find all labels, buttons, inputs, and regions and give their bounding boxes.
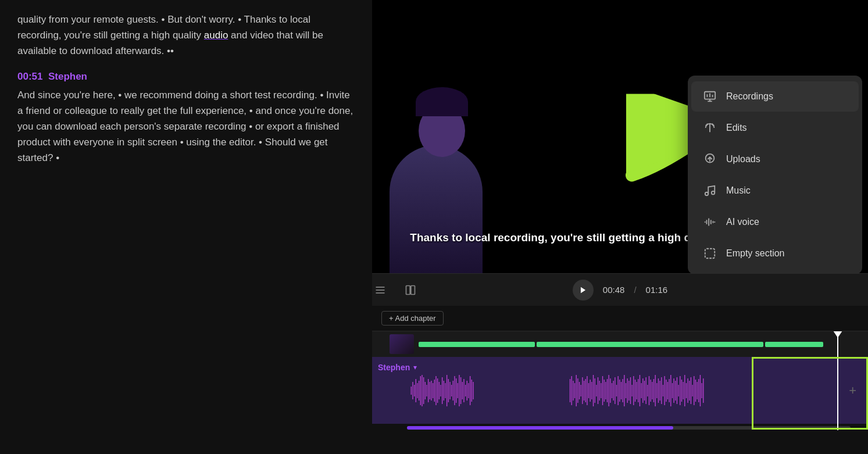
- caption-text1: Thanks to local recording, you're still …: [410, 231, 723, 244]
- svg-rect-28: [414, 385, 415, 396]
- menu-item-empty-section[interactable]: Empty section: [691, 238, 859, 269]
- svg-rect-45: [440, 385, 441, 396]
- menu-item-edits[interactable]: Edits: [691, 113, 859, 143]
- svg-rect-51: [449, 382, 450, 399]
- svg-rect-91: [607, 379, 608, 402]
- svg-rect-130: [667, 382, 668, 399]
- svg-rect-79: [588, 383, 589, 398]
- svg-rect-52: [451, 385, 452, 396]
- svg-rect-139: [681, 380, 682, 402]
- svg-rect-133: [672, 383, 673, 398]
- svg-rect-103: [626, 383, 626, 398]
- menu-item-recordings[interactable]: Recordings: [691, 81, 859, 112]
- svg-rect-118: [649, 376, 649, 405]
- svg-rect-136: [677, 377, 677, 404]
- svg-rect-72: [577, 378, 578, 403]
- time-separator: /: [634, 285, 636, 295]
- svg-rect-151: [700, 375, 701, 406]
- add-track-right-button[interactable]: +: [849, 383, 856, 398]
- track-label: Stephen ▾: [378, 363, 417, 372]
- svg-rect-119: [650, 380, 651, 402]
- svg-rect-125: [659, 381, 660, 401]
- menu-item-music[interactable]: Music: [691, 176, 859, 206]
- svg-rect-87: [601, 383, 601, 398]
- svg-rect-143: [687, 378, 688, 403]
- svg-rect-89: [604, 380, 605, 402]
- svg-rect-77: [585, 379, 586, 402]
- track-dropdown-icon[interactable]: ▾: [413, 363, 417, 371]
- svg-rect-43: [437, 378, 438, 403]
- menu-item-uploads[interactable]: Uploads: [691, 144, 859, 174]
- svg-rect-70: [574, 383, 575, 398]
- svg-rect-46: [442, 377, 442, 404]
- add-chapter-button[interactable]: + Add chapter: [381, 311, 444, 326]
- playhead-audio: [837, 357, 838, 424]
- svg-line-8: [712, 124, 715, 126]
- scroll-thumb: [407, 426, 673, 430]
- svg-rect-153: [703, 378, 703, 403]
- svg-rect-37: [428, 379, 428, 402]
- main-container: quality from your remote guests. • But d…: [0, 0, 868, 454]
- waveform-container: [407, 370, 833, 411]
- timestamp-value: 00:51: [17, 71, 42, 82]
- scroll-area[interactable]: [407, 426, 851, 430]
- svg-rect-31: [419, 381, 419, 401]
- empty-section-icon: [703, 246, 717, 260]
- list-icon[interactable]: [372, 282, 388, 298]
- audio-link[interactable]: audio: [204, 30, 228, 41]
- svg-rect-42: [435, 376, 436, 405]
- svg-rect-126: [661, 377, 662, 404]
- svg-rect-71: [576, 375, 577, 406]
- svg-rect-40: [433, 383, 433, 398]
- green-segment-1: [419, 342, 535, 347]
- arrow-container: [620, 94, 683, 201]
- svg-rect-109: [635, 380, 635, 402]
- svg-rect-95: [613, 381, 614, 401]
- svg-rect-115: [644, 381, 645, 401]
- svg-rect-147: [694, 376, 694, 405]
- svg-rect-111: [638, 379, 638, 402]
- svg-rect-138: [680, 376, 680, 405]
- svg-rect-97: [616, 385, 617, 396]
- svg-rect-73: [579, 382, 580, 399]
- menu-item-ai-voice[interactable]: AI voice: [691, 207, 859, 237]
- svg-rect-56: [458, 383, 458, 398]
- svg-rect-30: [417, 383, 417, 398]
- svg-rect-36: [426, 385, 427, 396]
- svg-rect-121: [653, 379, 654, 402]
- svg-rect-105: [628, 381, 629, 401]
- svg-rect-19: [705, 249, 715, 259]
- svg-rect-124: [658, 378, 659, 403]
- person-left-hair: [416, 87, 468, 116]
- audio-track: Stephen ▾: [372, 357, 868, 424]
- track-name: Stephen: [378, 363, 410, 372]
- play-button[interactable]: [573, 280, 594, 301]
- svg-rect-85: [598, 377, 598, 404]
- svg-rect-57: [459, 375, 459, 406]
- svg-rect-113: [641, 383, 641, 398]
- svg-rect-41: [434, 380, 435, 402]
- edits-icon: [703, 121, 717, 135]
- waveform-svg: [407, 370, 833, 411]
- svg-rect-114: [642, 378, 643, 403]
- svg-rect-148: [695, 380, 696, 402]
- current-time: 00:48: [603, 285, 625, 295]
- svg-rect-26: [411, 387, 412, 395]
- svg-rect-48: [445, 383, 445, 398]
- svg-rect-140: [683, 382, 683, 399]
- svg-rect-53: [453, 381, 453, 401]
- svg-rect-112: [640, 375, 640, 406]
- svg-rect-135: [675, 381, 676, 401]
- svg-rect-65: [471, 380, 472, 402]
- svg-rect-137: [678, 385, 678, 396]
- layout-icon[interactable]: [402, 282, 419, 298]
- svg-rect-61: [465, 385, 466, 396]
- svg-rect-150: [698, 379, 699, 402]
- svg-point-12: [712, 191, 715, 195]
- transcript-panel: quality from your remote guests. • But d…: [0, 0, 372, 454]
- svg-marker-25: [581, 287, 585, 293]
- svg-rect-96: [615, 377, 615, 404]
- svg-point-11: [705, 192, 709, 196]
- svg-rect-76: [584, 381, 584, 401]
- svg-rect-24: [411, 285, 415, 294]
